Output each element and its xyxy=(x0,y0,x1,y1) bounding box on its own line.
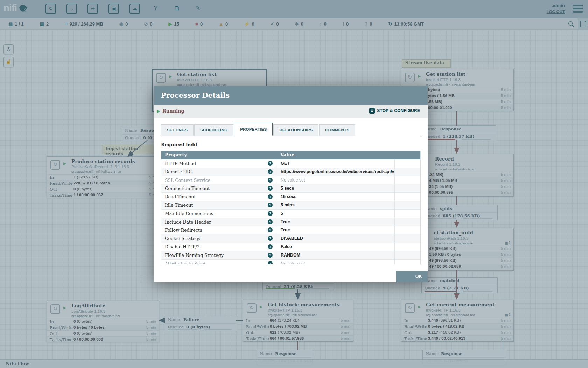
property-row: SSL Context Service ? No value set xyxy=(161,176,420,185)
row-spacer xyxy=(394,168,420,176)
info-icon: i xyxy=(390,169,392,174)
tab-properties[interactable]: PROPERTIES xyxy=(234,123,273,136)
property-name: Disable HTTP/2 ? xyxy=(161,243,276,251)
stop-and-configure-button[interactable]: ⚙ STOP & CONFIGURE xyxy=(369,108,420,114)
property-name: Max Idle Connections ? xyxy=(161,210,276,218)
property-row: Cookie Strategy ? DISABLED xyxy=(161,234,420,243)
property-row: HTTP Method ? GET xyxy=(161,159,420,168)
tab-comments[interactable]: COMMENTS xyxy=(319,124,355,136)
help-icon[interactable]: ? xyxy=(268,194,273,199)
help-icon[interactable]: ? xyxy=(268,227,273,232)
property-row: Connection Timeout ? 5 secs xyxy=(161,184,420,193)
tab-scheduling[interactable]: SCHEDULING xyxy=(194,124,233,136)
property-value: No value set xyxy=(276,176,394,184)
property-name: Idle Timeout ? xyxy=(161,201,276,209)
properties-table: Property Value HTTP Method ? GET Remote … xyxy=(161,151,421,264)
row-spacer xyxy=(394,159,420,168)
help-icon[interactable]: ? xyxy=(268,178,273,183)
property-row: Max Idle Connections ? 5 xyxy=(161,210,420,218)
property-row: Include Date Header ? True xyxy=(161,218,420,226)
property-value: 15 secs xyxy=(276,193,394,201)
gear-icon: ⚙ xyxy=(369,108,375,114)
tab-relationships[interactable]: RELATIONSHIPS xyxy=(273,124,318,136)
help-icon[interactable]: ? xyxy=(268,236,273,241)
help-icon[interactable]: ? xyxy=(268,161,273,166)
row-spacer xyxy=(394,201,420,209)
property-value: False xyxy=(276,243,394,251)
row-spacer xyxy=(394,260,420,264)
property-name: HTTP Method ? xyxy=(161,159,276,168)
property-value: True xyxy=(276,218,394,226)
dialog-header: Processor Details xyxy=(154,86,428,105)
property-row: Follow Redirects ? True xyxy=(161,226,420,234)
dialog-tabs: SETTINGSSCHEDULINGPROPERTIESRELATIONSHIP… xyxy=(161,123,421,136)
property-name: Read Timeout ? xyxy=(161,193,276,201)
processor-details-dialog: Processor Details ▶ Running ⚙ STOP & CON… xyxy=(154,86,428,282)
property-row: Remote URL ? https://www.pegelonline.wsv… xyxy=(161,168,420,176)
help-icon[interactable]: ? xyxy=(268,219,273,224)
help-icon[interactable]: ? xyxy=(268,186,273,191)
required-field-note: Required field xyxy=(161,142,421,147)
property-row: Read Timeout ? 15 secs xyxy=(161,193,420,201)
property-name: FlowFile Naming Strategy ? xyxy=(161,251,276,259)
row-spacer xyxy=(394,218,420,226)
row-spacer xyxy=(394,184,420,192)
property-row: FlowFile Naming Strategy ? RANDOM xyxy=(161,251,420,260)
help-icon[interactable]: ? xyxy=(268,169,273,174)
help-icon[interactable]: ? xyxy=(268,211,273,216)
property-value: 5 xyxy=(276,210,394,218)
row-spacer xyxy=(394,193,420,201)
help-icon[interactable]: ? xyxy=(268,203,273,207)
property-value: RANDOM xyxy=(276,251,394,259)
property-value: DISABLED xyxy=(276,234,394,243)
property-name: Include Date Header ? xyxy=(161,218,276,226)
ok-button[interactable]: OK xyxy=(396,271,428,282)
value-column-header: Value xyxy=(276,151,420,159)
property-name: Cookie Strategy ? xyxy=(161,234,276,243)
property-row: Attributes to Send ? No value set xyxy=(161,260,420,264)
dialog-status-strip: ▶ Running ⚙ STOP & CONFIGURE xyxy=(154,105,428,118)
dialog-title: Processor Details xyxy=(161,91,230,100)
property-column-header: Property xyxy=(161,151,276,159)
row-spacer xyxy=(394,176,420,184)
property-name: Follow Redirects ? xyxy=(161,226,276,234)
running-icon: ▶ xyxy=(157,109,160,114)
row-spacer xyxy=(394,226,420,234)
help-icon[interactable]: ? xyxy=(268,261,273,264)
property-value: 5 secs xyxy=(276,184,394,192)
property-value: True xyxy=(276,226,394,234)
property-name: SSL Context Service ? xyxy=(161,176,276,184)
property-row: Disable HTTP/2 ? False xyxy=(161,243,420,251)
row-spacer xyxy=(394,234,420,243)
help-icon[interactable]: ? xyxy=(268,244,273,249)
property-value: 5 mins xyxy=(276,201,394,209)
property-name: Connection Timeout ? xyxy=(161,184,276,192)
row-spacer xyxy=(394,251,420,259)
property-value: No value set xyxy=(276,260,394,264)
run-status-text: Running xyxy=(162,108,184,114)
tab-settings[interactable]: SETTINGS xyxy=(161,124,194,136)
stop-and-configure-label: STOP & CONFIGURE xyxy=(377,108,420,113)
property-value: https://www.pegelonline.wsv.de/webservic… xyxy=(276,168,394,176)
help-icon[interactable]: ? xyxy=(268,253,273,258)
property-row: Idle Timeout ? 5 mins xyxy=(161,201,420,210)
row-spacer xyxy=(394,210,420,218)
property-name: Remote URL ? xyxy=(161,168,276,176)
property-name: Attributes to Send ? xyxy=(161,260,276,264)
row-spacer xyxy=(394,243,420,251)
property-value: GET xyxy=(276,159,394,168)
